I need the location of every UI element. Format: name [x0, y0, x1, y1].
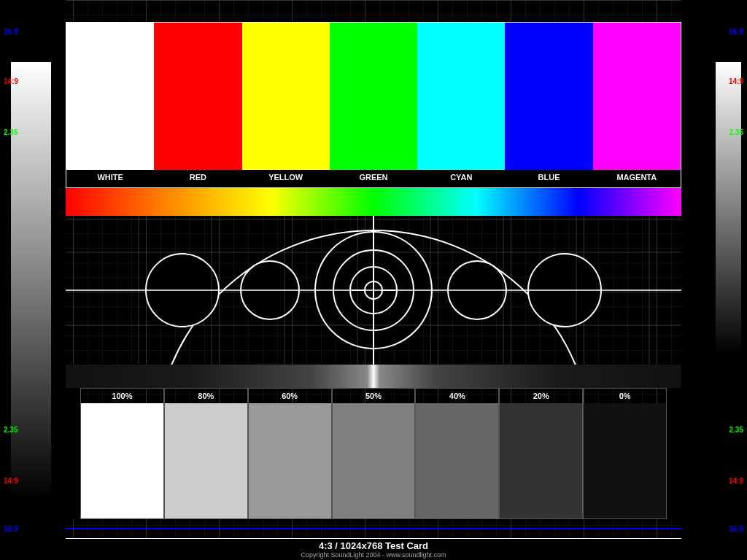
color-bar-red-fill [154, 23, 241, 170]
gray-patch-80-label: 80% [165, 389, 247, 403]
gray-patch-100: 100% [80, 388, 164, 519]
right-ar-235-label-b: 2.35 [729, 426, 743, 434]
right-sidebar: 16:9 14:9 2.35 2.35 14:9 16:9 [681, 0, 747, 560]
gray-patch-50: 50% [332, 388, 416, 519]
gray-patch-80-fill [165, 403, 247, 518]
color-bar-blue-fill [505, 23, 592, 170]
right-ar-169-label: 16:9 [729, 28, 743, 36]
test-card: 16:9 14:9 2.35 2.35 14:9 16:9 16:9 14:9 … [0, 0, 747, 560]
footer-copyright: Copyright SoundLight 2004 - www.soundlig… [301, 551, 446, 559]
color-bar-red: RED [154, 23, 241, 187]
left-ar-235-label-b: 2.35 [4, 426, 18, 434]
right-ar-149-label: 14:9 [729, 77, 743, 85]
color-bar-magenta-label: MAGENTA [616, 173, 657, 182]
color-bar-green-fill [330, 23, 417, 170]
content-area: WHITE RED YELLOW GREEN CYAN BLUE [66, 0, 681, 560]
color-bar-cyan-fill [417, 23, 505, 170]
gray-patch-60-fill [249, 403, 331, 518]
glow-bar [66, 365, 681, 388]
patch-spacer-right [667, 388, 681, 519]
footer-title: 4:3 / 747x560 Test Card [319, 540, 428, 551]
gray-patch-40: 40% [415, 388, 499, 519]
color-bars-container: WHITE RED YELLOW GREEN CYAN BLUE [66, 22, 681, 188]
gray-patch-100-fill [81, 403, 163, 518]
center-pattern [66, 216, 681, 365]
gray-patch-20: 20% [499, 388, 583, 519]
color-bar-cyan-label: CYAN [450, 173, 472, 182]
color-bar-cyan: CYAN [417, 23, 505, 187]
color-bar-green: GREEN [330, 23, 417, 187]
gray-patch-20-label: 20% [500, 389, 582, 403]
color-bar-blue-label: BLUE [538, 173, 560, 182]
color-bar-green-label: GREEN [359, 173, 387, 182]
color-bar-white: WHITE [66, 23, 154, 187]
gray-patch-50-label: 50% [333, 389, 415, 403]
right-ar-235-label: 2.35 [729, 128, 743, 136]
right-ar-149-label-b: 14:9 [729, 477, 743, 485]
gray-patch-50-fill [333, 403, 415, 518]
gray-patch-40-label: 40% [416, 389, 498, 403]
gray-patch-60: 60% [248, 388, 332, 519]
left-sidebar: 16:9 14:9 2.35 2.35 14:9 16:9 [0, 0, 66, 560]
left-ar-169-label-b: 16:9 [4, 525, 18, 533]
color-bar-yellow-label: YELLOW [268, 173, 303, 182]
color-bar-yellow-fill [242, 23, 330, 170]
gray-patch-0-label: 0% [584, 389, 666, 403]
grayscale-patches: 100% 80% 60% 50% 40% 20% [66, 388, 681, 519]
gray-patch-40-fill [416, 403, 498, 518]
color-bar-magenta-fill [593, 23, 681, 170]
gray-patch-80: 80% [164, 388, 248, 519]
patch-spacer-left [66, 388, 80, 519]
color-bar-white-fill [66, 23, 154, 170]
gray-patch-20-fill [500, 403, 582, 518]
color-bar-magenta: MAGENTA [593, 23, 681, 187]
color-bar-blue: BLUE [505, 23, 592, 187]
gray-patch-100-label: 100% [81, 389, 163, 403]
spectrum-bar [66, 188, 681, 216]
color-bar-yellow: YELLOW [242, 23, 330, 187]
left-ar-169-label: 16:9 [4, 28, 18, 36]
left-ar-149-label-b: 14:9 [4, 477, 18, 485]
gray-patch-0: 0% [583, 388, 667, 519]
left-ar-235-label: 2.35 [4, 128, 18, 136]
footer: 4:3 / 747x560 Test Card Copyright Sound… [66, 538, 681, 560]
right-ar-169-label-b: 16:9 [729, 525, 743, 533]
gray-patch-0-fill [584, 403, 666, 518]
gray-patch-60-label: 60% [249, 389, 331, 403]
right-grayscale-bar [716, 62, 741, 354]
color-bar-red-label: RED [190, 173, 206, 182]
left-grayscale-bar [11, 62, 51, 499]
center-pattern-svg [66, 216, 681, 365]
left-ar-149-label: 14:9 [4, 77, 18, 85]
color-bar-white-label: WHITE [97, 173, 123, 182]
